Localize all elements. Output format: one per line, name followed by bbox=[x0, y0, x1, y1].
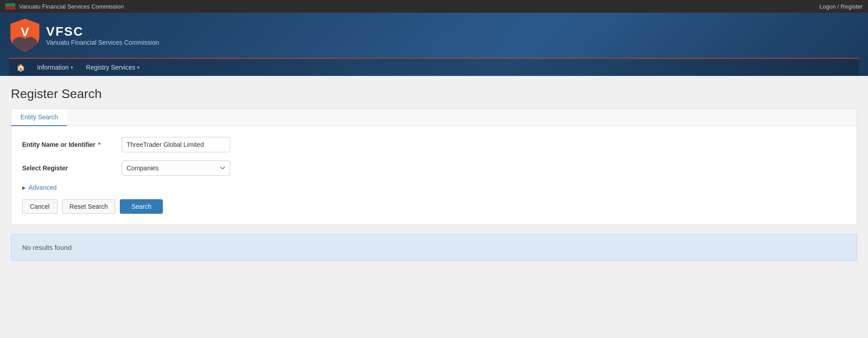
nav-information-label: Information bbox=[37, 64, 69, 71]
top-bar: Vanuatu Financial Services Commission Lo… bbox=[0, 0, 868, 13]
org-name-label: Vanuatu Financial Services Commission bbox=[19, 3, 124, 10]
site-header: V VFSC Vanuatu Financial Services Commis… bbox=[0, 13, 868, 76]
nav-information[interactable]: Information ▾ bbox=[31, 59, 80, 76]
form-body: Entity Name or Identifier * Select Regis… bbox=[11, 126, 857, 225]
top-bar-right[interactable]: Logon / Register bbox=[820, 3, 863, 10]
select-register-label: Select Register bbox=[22, 164, 122, 172]
tab-bar: Entity Search bbox=[11, 109, 857, 126]
logon-register-link[interactable]: Logon / Register bbox=[820, 3, 863, 10]
advanced-label: Advanced bbox=[28, 184, 57, 191]
page-content: Register Search Entity Search Entity Nam… bbox=[0, 76, 868, 272]
advanced-toggle[interactable]: ▶ Advanced bbox=[22, 184, 846, 191]
top-bar-left: Vanuatu Financial Services Commission bbox=[5, 3, 124, 10]
header-top: V VFSC Vanuatu Financial Services Commis… bbox=[9, 17, 859, 58]
logo-container: V VFSC Vanuatu Financial Services Commis… bbox=[9, 17, 159, 53]
select-register-row: Select Register Companies Partnerships B… bbox=[22, 160, 846, 176]
entity-name-label: Entity Name or Identifier * bbox=[22, 141, 122, 148]
svg-text:V: V bbox=[21, 25, 29, 39]
entity-name-row: Entity Name or Identifier * bbox=[22, 137, 846, 152]
entity-name-input[interactable] bbox=[122, 137, 230, 152]
nav-bar: 🏠 Information ▾ Registry Services ▾ bbox=[9, 58, 859, 76]
select-register-dropdown[interactable]: Companies Partnerships Business Names Tr… bbox=[122, 160, 230, 176]
required-star: * bbox=[98, 141, 100, 148]
vfsc-full-name: Vanuatu Financial Services Commission bbox=[46, 39, 159, 46]
nav-home[interactable]: 🏠 bbox=[11, 59, 31, 76]
vanuatu-flag-icon bbox=[5, 3, 15, 9]
advanced-triangle-icon: ▶ bbox=[22, 185, 26, 190]
vfsc-abbr: VFSC bbox=[46, 24, 159, 39]
search-button[interactable]: Search bbox=[120, 199, 162, 214]
reset-search-button[interactable]: Reset Search bbox=[62, 199, 116, 214]
cancel-button[interactable]: Cancel bbox=[22, 199, 57, 214]
button-row: Cancel Reset Search Search bbox=[22, 199, 846, 214]
nav-registry-services-label: Registry Services bbox=[86, 64, 135, 71]
search-card: Entity Search Entity Name or Identifier … bbox=[11, 108, 857, 225]
nav-registry-services[interactable]: Registry Services ▾ bbox=[80, 59, 146, 76]
vfsc-logo-shield: V bbox=[9, 17, 41, 53]
home-icon: 🏠 bbox=[16, 63, 25, 72]
no-results-message: No results found bbox=[22, 244, 71, 251]
registry-services-chevron-icon: ▾ bbox=[137, 65, 140, 70]
information-chevron-icon: ▾ bbox=[71, 65, 73, 70]
logo-text: VFSC Vanuatu Financial Services Commissi… bbox=[46, 24, 159, 46]
results-panel: No results found bbox=[11, 234, 857, 261]
tab-entity-search[interactable]: Entity Search bbox=[11, 109, 67, 126]
page-title: Register Search bbox=[11, 87, 857, 101]
